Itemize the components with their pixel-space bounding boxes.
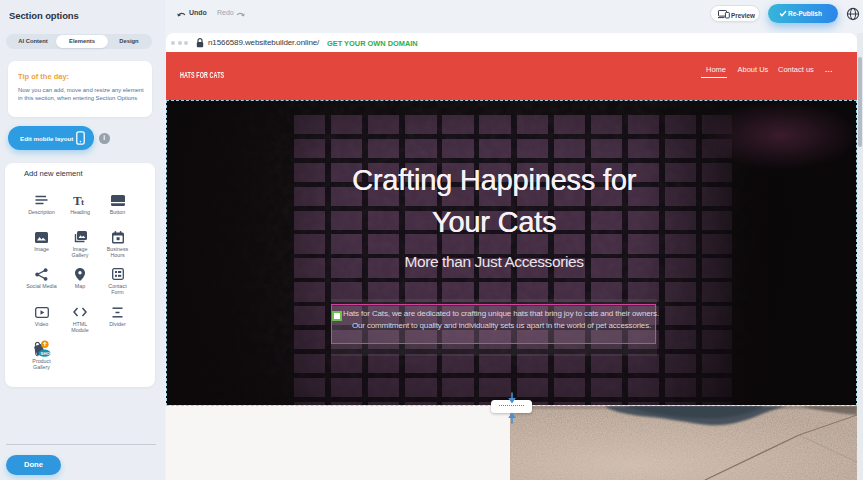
svg-text:t: t: [81, 197, 84, 207]
svg-text:SHOP: SHOP: [40, 351, 51, 356]
